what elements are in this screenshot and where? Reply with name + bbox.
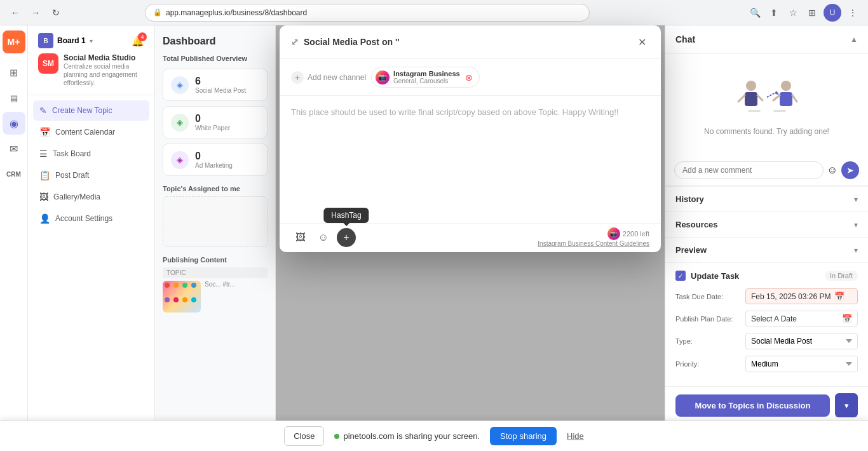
preview-header[interactable]: Preview ▾ — [665, 238, 868, 262]
notification-bell[interactable]: 🔔 4 — [132, 35, 144, 47]
address-bar[interactable]: 🔒 app.manageplus.io/business/8/dashboard — [145, 4, 590, 22]
whitepaper-type: White Paper — [195, 125, 230, 131]
type-row: Type: Social Media Post — [675, 333, 858, 349]
stat-card-admarketing[interactable]: ◈ 0 Ad Marketing — [163, 144, 268, 176]
app-logo: M+ — [3, 30, 25, 53]
priority-select[interactable]: Medium — [745, 356, 858, 372]
sidebar-item-gallery-media[interactable]: 🖼 Gallery/Media — [33, 187, 149, 207]
history-chevron: ▾ — [854, 195, 858, 204]
sidebar-item-label: Task Board — [53, 149, 91, 158]
share-button[interactable]: ⬆ — [766, 5, 782, 20]
extensions-button[interactable]: ⊞ — [804, 5, 820, 20]
due-date-label: Task Due Date: — [675, 293, 745, 300]
char-count-area: 📷 2200 left Instagram Business Content G… — [538, 227, 649, 247]
share-indicator — [334, 434, 339, 439]
publish-date-picker[interactable]: Select A Date 📅 — [745, 311, 858, 326]
svg-rect-1 — [745, 92, 757, 106]
move-btn-label: Move to Topics in Discussion — [695, 401, 811, 410]
due-date-row: Task Due Date: Feb 15, 2025 03:26 PM 📅 — [675, 288, 858, 304]
zoom-button[interactable]: 🔍 — [747, 5, 763, 20]
modal-close-button[interactable]: ✕ — [634, 34, 649, 50]
iconbar-chart[interactable]: ▤ — [3, 86, 25, 109]
iconbar-crm[interactable]: CRM — [3, 163, 25, 185]
publish-date-placeholder: Select A Date — [751, 314, 797, 323]
menu-button[interactable]: ⋮ — [845, 5, 860, 20]
resources-header[interactable]: Resources ▾ — [665, 212, 868, 237]
brand-logo: SM — [38, 53, 58, 74]
iconbar-grid[interactable]: ⊞ — [3, 61, 25, 84]
plus-icon: + — [291, 71, 304, 84]
publish-date-label: Publish Plan Date: — [675, 315, 745, 323]
topic-column-header: TOPIC — [163, 267, 268, 278]
bookmark-button[interactable]: ☆ — [785, 5, 801, 20]
calendar-publish-icon: 📅 — [842, 314, 852, 323]
due-date-value[interactable]: Feb 15, 2025 03:26 PM 📅 — [745, 288, 858, 304]
expand-icon[interactable]: ⤢ — [291, 37, 299, 47]
social-count: 6 — [195, 76, 246, 87]
dashboard-title: Dashboard — [163, 36, 268, 47]
add-channel-button[interactable]: + Add new channel — [291, 71, 366, 84]
remove-channel-icon[interactable]: ⊗ — [465, 72, 473, 83]
back-button[interactable]: ← — [8, 5, 23, 20]
resources-chevron: ▾ — [854, 220, 858, 229]
send-button[interactable]: ➤ — [841, 161, 859, 179]
iconbar-social[interactable]: ◉ — [3, 112, 25, 135]
iconbar-mail[interactable]: ✉ — [3, 137, 25, 160]
stat-card-social[interactable]: ◈ 6 Social Media Post — [163, 69, 268, 101]
task-checkbox[interactable]: ✓ — [675, 271, 686, 281]
topic-thumbnail — [163, 281, 201, 313]
sidebar-item-create-topic[interactable]: ✎ Create New Topic — [33, 100, 149, 121]
sidebar-item-content-calendar[interactable]: 📅 Content Calendar — [33, 122, 149, 142]
hashtag-tooltip-text: HashTag — [331, 211, 361, 220]
sidebar-header: B Board 1 ▾ 🔔 4 SM Social Media Studio C… — [28, 25, 154, 95]
hashtag-wrapper: + HashTag — [337, 228, 356, 247]
sidebar-item-post-draft[interactable]: 📋 Post Draft — [33, 165, 149, 185]
close-share-button[interactable]: Close — [284, 426, 324, 446]
hide-share-button[interactable]: Hide — [567, 431, 584, 441]
move-dropdown-button[interactable]: ▾ — [835, 393, 858, 417]
channel-chip-text: Instagram Business General, Carousels — [393, 70, 460, 84]
svg-point-0 — [746, 81, 756, 91]
modal-header: ⤢ Social Media Post on '' ✕ — [280, 25, 661, 59]
url-text: app.manageplus.io/business/8/dashboard — [166, 8, 307, 17]
history-header[interactable]: History ▾ — [665, 187, 868, 212]
type-select[interactable]: Social Media Post — [745, 333, 858, 349]
chat-chevron-up[interactable]: ▲ — [850, 35, 858, 44]
hashtag-tool-button[interactable]: + — [337, 228, 356, 247]
instagram-icon: 📷 — [376, 71, 390, 84]
sidebar-item-label: Post Draft — [55, 171, 89, 180]
svg-point-6 — [781, 81, 791, 91]
stop-sharing-button[interactable]: Stop sharing — [490, 427, 557, 445]
admarketing-stat-icon: ◈ — [171, 151, 189, 169]
guidelines-link[interactable]: Instagram Business Content Guidelines — [538, 240, 649, 247]
channel-name: Instagram Business — [393, 70, 460, 77]
chat-title: Chat — [675, 34, 695, 44]
whitepaper-count: 0 — [195, 113, 230, 125]
svg-line-2 — [738, 95, 745, 102]
due-date-text: Feb 15, 2025 03:26 PM — [751, 292, 831, 301]
comment-input[interactable] — [674, 161, 824, 179]
editor-placeholder: This place should be used to write final… — [291, 106, 649, 119]
whitepaper-stat-icon: ◈ — [171, 114, 189, 131]
stat-card-whitepaper[interactable]: ◈ 0 White Paper — [163, 106, 268, 138]
char-count: 2200 left — [623, 230, 649, 238]
emoji-button[interactable]: ☺ — [827, 165, 837, 176]
svg-line-8 — [773, 95, 780, 100]
brand-desc: Centralize social media planning and eng… — [64, 62, 144, 87]
board-selector[interactable]: B Board 1 ▾ — [38, 33, 93, 48]
topic-item[interactable]: Soc... #tr... — [163, 281, 268, 313]
modal-title-text: Social Media Post on '' — [304, 37, 400, 47]
sidebar-item-label: Create New Topic — [52, 106, 112, 115]
forward-button[interactable]: → — [28, 5, 43, 20]
sidebar-item-task-board[interactable]: ☰ Task Board — [33, 144, 149, 164]
refresh-button[interactable]: ↻ — [48, 5, 64, 20]
profile-button[interactable]: U — [824, 4, 841, 22]
channel-chip[interactable]: 📷 Instagram Business General, Carousels … — [371, 67, 480, 88]
publishing-section-title: Publishing Content — [163, 256, 268, 264]
image-tool-button[interactable]: 🖼 — [291, 228, 310, 247]
sidebar-item-account-settings[interactable]: 👤 Account Settings — [33, 208, 149, 229]
emoji-tool-button[interactable]: ☺ — [314, 228, 333, 247]
notification-badge: 4 — [138, 32, 147, 41]
modal-editor[interactable]: This place should be used to write final… — [280, 96, 661, 223]
move-to-discussion-button[interactable]: Move to Topics in Discussion — [675, 394, 830, 417]
